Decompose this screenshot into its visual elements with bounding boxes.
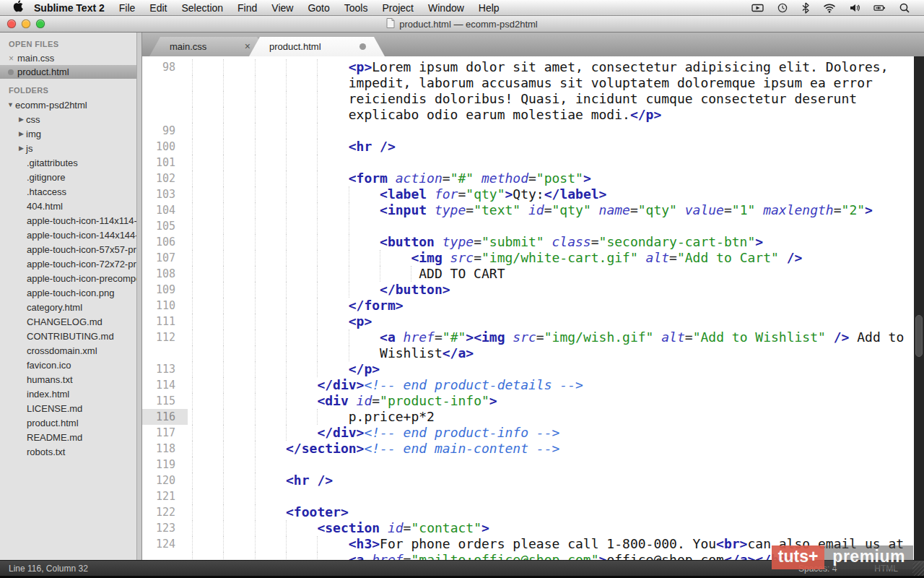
code-line-104[interactable]: 104<input type="text" id="qty" name="qty… (142, 202, 924, 218)
chevron-right-icon[interactable]: ▶ (17, 116, 26, 123)
code-line-119[interactable]: 119 (142, 457, 924, 473)
chevron-right-icon[interactable]: ▶ (17, 130, 26, 137)
menu-edit[interactable]: Edit (142, 0, 174, 16)
chevron-down-icon[interactable]: ▼ (6, 101, 15, 108)
sidebar-file-robots.txt[interactable]: robots.txt (0, 444, 141, 459)
code-line-110[interactable]: 110</form> (142, 298, 924, 314)
menu-file[interactable]: File (112, 0, 143, 16)
code-line-101[interactable]: 101 (142, 155, 924, 171)
sidebar-file-crossdomain.xml[interactable]: crossdomain.xml (0, 343, 141, 358)
sidebar-file-README.md[interactable]: README.md (0, 430, 141, 444)
code-line-99[interactable]: 99 (142, 123, 924, 139)
menu-find[interactable]: Find (230, 0, 264, 16)
code-line-109[interactable]: 109</button> (142, 282, 924, 298)
chevron-right-icon[interactable]: ▶ (17, 144, 26, 152)
menu-help[interactable]: Help (471, 0, 507, 16)
indent-guide (192, 425, 193, 441)
sidebar-file-CONTRIBUTING.md[interactable]: CONTRIBUTING.md (0, 329, 141, 343)
code-line-108[interactable]: 108ADD TO CART (142, 266, 924, 282)
clock-icon[interactable] (770, 2, 795, 14)
sidebar-file-.gitattributes[interactable]: .gitattributes (0, 155, 141, 170)
bluetooth-icon[interactable] (795, 2, 816, 14)
display-icon[interactable] (745, 2, 770, 14)
menu-view[interactable]: View (264, 0, 300, 16)
sidebar-folder-css[interactable]: ▶css (0, 112, 141, 126)
sidebar-scrollbar[interactable] (136, 33, 141, 560)
sidebar-file-product.html[interactable]: product.html (0, 415, 141, 430)
indent-guide (317, 171, 318, 186)
code-line-wrap[interactable]: explicabo odio earum molestiae modi.</p> (142, 107, 924, 123)
code-line-wrap[interactable]: impedit, laborum accusamus sit voluptate… (142, 75, 924, 91)
tree-item-label: 404.html (27, 201, 63, 212)
editor-scrollbar-thumb[interactable] (915, 315, 923, 357)
window-close-button[interactable] (7, 20, 16, 28)
sidebar-file-apple-touch-icon-precompos[interactable]: apple-touch-icon-precompos (0, 271, 141, 285)
open-file-main.css[interactable]: ×main.css (0, 51, 141, 65)
sidebar-file-humans.txt[interactable]: humans.txt (0, 372, 141, 387)
sidebar-file-404.html[interactable]: 404.html (0, 199, 141, 213)
code-line-103[interactable]: 103<label for="qty">Qty:</label> (142, 186, 924, 202)
window-minimize-button[interactable] (22, 20, 30, 28)
open-file-label: main.css (17, 53, 54, 64)
code-area[interactable]: 98<p>Lorem ipsum dolor sit amet, consect… (142, 56, 924, 560)
sidebar-file-.htaccess[interactable]: .htaccess (0, 184, 141, 199)
sidebar-file-apple-touch-icon.png[interactable]: apple-touch-icon.png (0, 285, 141, 300)
code-line-107[interactable]: 107<img src="img/white-cart.gif" alt="Ad… (142, 250, 924, 266)
sidebar-file-favicon.ico[interactable]: favicon.ico (0, 358, 141, 372)
line-number: 109 (142, 282, 188, 298)
code-line-98[interactable]: 98<p>Lorem ipsum dolor sit amet, consect… (142, 59, 924, 75)
resize-grip[interactable] (912, 561, 924, 576)
code-line-118[interactable]: 118</section><!-- end main-content --> (142, 441, 924, 457)
code-line-116[interactable]: 116p.price+p*2 (142, 409, 924, 425)
code-line-114[interactable]: 114</div><!-- end product-details --> (142, 377, 924, 393)
window-zoom-button[interactable] (36, 20, 45, 28)
sidebar-file-apple-touch-icon-114x114-p[interactable]: apple-touch-icon-114x114-p (0, 213, 141, 228)
wifi-icon[interactable] (816, 2, 842, 14)
app-menu-title[interactable]: Sublime Text 2 (30, 2, 112, 14)
code-line-122[interactable]: 122<footer> (142, 504, 924, 520)
code-line-wrap[interactable]: reiciendis doloribus! Quasi, incidunt cu… (142, 91, 924, 107)
sidebar-file-category.html[interactable]: category.html (0, 300, 141, 314)
indent-guide (286, 552, 287, 560)
sidebar-folder-img[interactable]: ▶img (0, 126, 141, 141)
open-file-product.html[interactable]: product.html (0, 65, 141, 79)
code-line-106[interactable]: 106<button type="submit" class="secondar… (142, 234, 924, 250)
sidebar-file-apple-touch-icon-72x72-pre[interactable]: apple-touch-icon-72x72-pre (0, 256, 141, 271)
code-line-112[interactable]: 112<a href="#"><img src="img/wish.gif" a… (142, 329, 924, 345)
sidebar-file-LICENSE.md[interactable]: LICENSE.md (0, 401, 141, 415)
sidebar-file-CHANGELOG.md[interactable]: CHANGELOG.md (0, 314, 141, 329)
code-line-100[interactable]: 100<hr /> (142, 139, 924, 155)
menu-selection[interactable]: Selection (174, 0, 230, 16)
sidebar-file-index.html[interactable]: index.html (0, 387, 141, 401)
battery-icon[interactable] (867, 2, 892, 14)
code-line-120[interactable]: 120<hr /> (142, 473, 924, 488)
indent-guide (380, 250, 380, 266)
code-line-105[interactable]: 105 (142, 218, 924, 234)
indent-guide (192, 314, 193, 329)
sidebar-file-.gitignore[interactable]: .gitignore (0, 170, 141, 184)
code-line-121[interactable]: 121 (142, 488, 924, 504)
editor-scrollbar-track[interactable] (914, 56, 924, 560)
tab-main.css[interactable]: main.css× (149, 37, 268, 56)
code-line-123[interactable]: 123<section id="contact"> (142, 520, 924, 536)
spotlight-icon[interactable] (892, 2, 917, 14)
menu-window[interactable]: Window (421, 0, 471, 16)
volume-icon[interactable] (842, 2, 867, 14)
sidebar-folder-js[interactable]: ▶js (0, 141, 141, 155)
code-line-102[interactable]: 102<form action="#" method="post"> (142, 171, 924, 186)
code-line-115[interactable]: 115<div id="product-info"> (142, 393, 924, 409)
code-line-wrap[interactable]: Wishlist</a> (142, 345, 924, 361)
code-line-113[interactable]: 113</p> (142, 361, 924, 377)
code-line-117[interactable]: 117</div><!-- end product-info --> (142, 425, 924, 441)
sidebar-folder-ecomm-psd2html[interactable]: ▼ecomm-psd2html (0, 98, 141, 112)
menu-project[interactable]: Project (375, 0, 421, 16)
tab-product.html[interactable]: product.html (249, 37, 385, 56)
tab-close-icon[interactable]: × (245, 40, 250, 53)
code-line-111[interactable]: 111<p> (142, 314, 924, 329)
apple-menu[interactable] (7, 0, 30, 15)
sidebar-file-apple-touch-icon-144x144-p[interactable]: apple-touch-icon-144x144-p (0, 228, 141, 242)
menu-tools[interactable]: Tools (337, 0, 375, 16)
menu-goto[interactable]: Goto (300, 0, 336, 16)
close-file-icon[interactable]: × (5, 53, 17, 64)
sidebar-file-apple-touch-icon-57x57-pre[interactable]: apple-touch-icon-57x57-pre (0, 242, 141, 256)
